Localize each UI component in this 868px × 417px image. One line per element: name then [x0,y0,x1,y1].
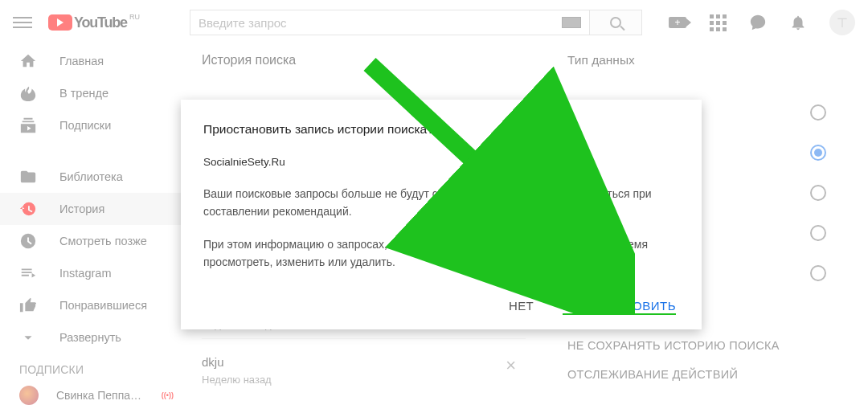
history-link[interactable]: истории [510,187,551,200]
cancel-button[interactable]: НЕТ [509,299,534,315]
modal-title: Приостановить запись истории поиска? [203,122,679,137]
modal-text: Ваши поисковые запросы больше не будут с… [203,186,679,220]
modal: Приостановить запись истории поиска? Soc… [181,100,702,329]
modal-text: При этом информацию о запросах, сохранен… [203,236,679,271]
modal-actions: НЕТ ПРИОСТАНОВИТЬ [203,288,676,315]
confirm-button[interactable]: ПРИОСТАНОВИТЬ [563,299,676,315]
modal-subtitle: SocialnieSety.Ru [203,156,679,168]
